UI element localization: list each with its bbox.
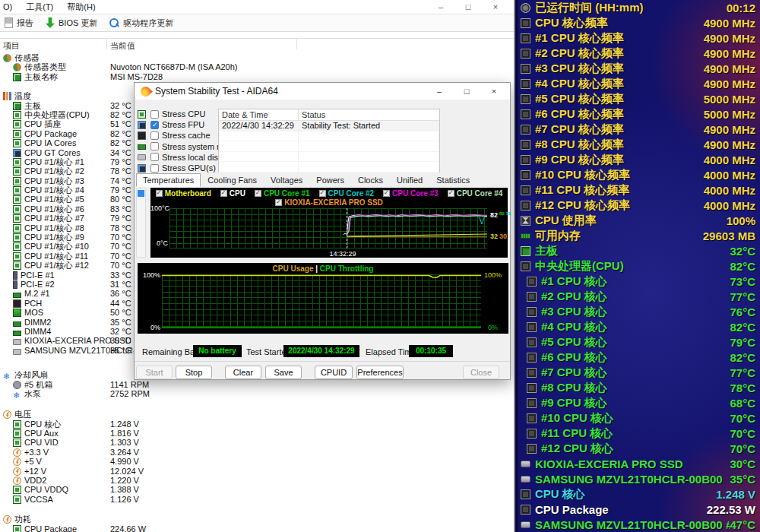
toolbar-button[interactable]: BIOS 更新	[46, 17, 97, 29]
toolbar-button[interactable]: 驱动程序更新	[109, 17, 173, 29]
sensor-panel-row: CPU 核心 1.248 V	[518, 486, 760, 502]
tree-row-icon	[13, 149, 21, 157]
tree-row[interactable]: #5 机箱 1141 RPM	[0, 380, 514, 389]
log-datetime: 2022/4/30 14:32:29	[219, 121, 299, 131]
close-button[interactable]: ×	[485, 2, 506, 13]
legend-checkbox[interactable]	[275, 199, 282, 206]
sst-button[interactable]: Clear	[225, 366, 261, 379]
legend-checkbox[interactable]	[383, 190, 390, 197]
maximize-button[interactable]: □	[458, 2, 479, 13]
sensor-panel-row: KIOXIA-EXCERIA PRO SSD 30°C	[518, 456, 760, 471]
scrollbar-thumb[interactable]	[138, 190, 144, 197]
stress-checkbox[interactable]	[150, 110, 159, 119]
y-axis-min-label: 0°C	[150, 239, 168, 247]
sst-button[interactable]: CPUID	[315, 366, 353, 379]
stress-checkbox[interactable]	[150, 164, 159, 173]
tab[interactable]: Temperatures	[136, 173, 201, 187]
maximize-button[interactable]: □	[457, 85, 477, 97]
sst-button[interactable]: Stop	[176, 366, 212, 379]
legend-checkbox[interactable]	[255, 190, 261, 197]
stability-test-icon	[138, 84, 152, 98]
log-header-status[interactable]: Status	[299, 109, 439, 120]
sst-button[interactable]: Start	[136, 366, 173, 379]
tree-row[interactable]	[0, 398, 514, 410]
graph-legend-row2: KIOXIA-EXCERIA PRO SSD	[150, 198, 508, 207]
menu-item[interactable]: O)	[2, 2, 14, 12]
tree-row[interactable]: 主板名称 MSI MS-7D28	[0, 72, 514, 81]
legend-label: Motherboard	[165, 189, 211, 198]
tab[interactable]: Clocks	[351, 173, 390, 187]
sst-button[interactable]: Save	[265, 366, 302, 379]
sensor-panel-row: #11 CPU 核心 70°C	[518, 426, 760, 441]
sensor-row-icon	[521, 79, 530, 89]
stress-checkbox[interactable]	[150, 121, 159, 129]
stress-checkbox[interactable]	[150, 153, 159, 161]
minimize-button[interactable]: –	[429, 85, 449, 97]
menu-item[interactable]: 帮助(H)	[65, 1, 97, 14]
stress-option-icon	[138, 144, 146, 150]
column-header-item[interactable]: 项目	[3, 40, 20, 52]
legend-checkbox[interactable]	[319, 190, 326, 197]
legend-checkbox[interactable]	[156, 190, 163, 197]
stress-checkbox[interactable]	[150, 142, 159, 150]
tree-row[interactable]	[0, 504, 514, 515]
log-row-empty	[219, 141, 439, 152]
legend-checkbox[interactable]	[448, 190, 454, 197]
tree-row[interactable]: VDD2 1.220 V	[0, 476, 514, 485]
legend-checkbox[interactable]	[220, 190, 227, 197]
tree-row[interactable]: VCCSA 1.126 V	[0, 495, 514, 504]
tree-row[interactable]: CPU VDDQ 1.388 V	[0, 485, 514, 494]
tree-row[interactable]: CPU Package 224.66 W	[0, 524, 514, 532]
tree-row[interactable]: 传感器类型 Nuvoton NCT6687D-M (ISA A20h)	[0, 62, 514, 71]
sensor-row-label: #1 CPU 核心频率	[535, 31, 704, 46]
tree-row-label: +5 V	[24, 457, 42, 466]
tree-row-label: CPU #1/核心 #7	[24, 214, 84, 223]
sensor-panel-row: SAMSUNG MZVL21T0HCLR-00B00 #2 47°C	[518, 517, 760, 532]
sensor-row-value: 29603 MB	[703, 230, 755, 242]
column-divider[interactable]	[296, 39, 297, 49]
tree-row[interactable]: CPU VID 1.303 V	[0, 438, 514, 447]
tree-row-label: 温度	[14, 91, 31, 100]
tab[interactable]: Voltages	[264, 173, 309, 187]
column-divider[interactable]	[106, 39, 107, 49]
sensor-row-value: 82°C	[730, 351, 755, 364]
log-row[interactable]: 2022/4/30 14:32:29 Stability Test: Start…	[219, 121, 439, 131]
sensor-row-value: 5000 MHz	[704, 108, 755, 121]
test-started-lcd: 2022/4/30 14:32:29	[283, 345, 359, 357]
sensor-panel-row: #5 CPU 核心 79°C	[518, 334, 760, 350]
graph-scrollbar[interactable]	[136, 188, 146, 258]
temperature-plot-area	[169, 208, 487, 249]
sst-button[interactable]: Close	[463, 366, 499, 379]
usage-plot-area	[162, 274, 481, 328]
tree-row[interactable]: 电压	[0, 410, 514, 419]
minimize-button[interactable]: –	[430, 2, 451, 13]
tree-row[interactable]: 传感器	[0, 53, 514, 62]
stress-checkbox[interactable]	[150, 131, 159, 140]
tree-row[interactable]: +3.3 V 3.264 V	[0, 448, 514, 457]
tree-row[interactable]: CPU Aux 1.816 V	[0, 429, 514, 438]
sensor-panel-row: #2 CPU 核心 77°C	[518, 289, 760, 304]
tree-row-value: 35 °C	[110, 318, 131, 327]
sensor-panel-row: #12 CPU 核心 70°C	[518, 441, 760, 456]
sensor-row-icon	[527, 307, 537, 317]
close-icon[interactable]: ×	[484, 85, 504, 97]
sst-button[interactable]: Preferences	[356, 366, 404, 379]
log-row-empty	[219, 162, 439, 173]
tree-row[interactable]: +5 V 4.990 V	[0, 457, 514, 466]
legend-item: CPU Core #4	[448, 189, 503, 198]
tree-row[interactable]: 水泵 2752 RPM	[0, 389, 514, 398]
tree-row[interactable]: CPU 核心 1.248 V	[0, 420, 514, 429]
tree-row[interactable]: 功耗	[0, 515, 514, 524]
log-header-datetime[interactable]: Date & Time	[219, 109, 299, 120]
tab[interactable]: Powers	[309, 173, 351, 187]
tree-row[interactable]: +12 V 12.024 V	[0, 467, 514, 476]
tab[interactable]: Unified	[390, 173, 429, 187]
toolbar-button[interactable]: 报告	[5, 17, 33, 29]
tab[interactable]: Statistics	[429, 173, 477, 187]
sensor-row-value: 4900 MHz	[704, 17, 755, 30]
sensor-panel-row: #8 CPU 核心 78°C	[518, 380, 760, 395]
column-header-value[interactable]: 当前值	[110, 40, 135, 52]
menu-item[interactable]: 工具(T)	[24, 1, 55, 14]
tree-row-label: 传感器类型	[24, 62, 66, 71]
tab[interactable]: Cooling Fans	[201, 173, 264, 187]
